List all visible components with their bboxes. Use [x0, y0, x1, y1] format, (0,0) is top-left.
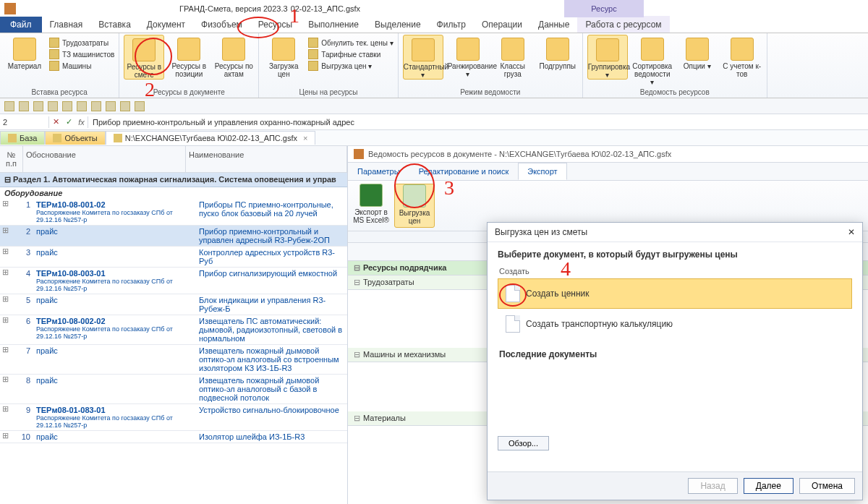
- option-create-pricelist[interactable]: Создать ценник: [498, 278, 852, 309]
- row-justification: прайс: [33, 226, 196, 246]
- cell-reference[interactable]: 2: [0, 116, 49, 128]
- unload-prices-panel-button[interactable]: Выгрузка цен: [394, 184, 435, 228]
- table-row[interactable]: ⊞3прайсКонтроллер адресных устройств R3-…: [0, 247, 347, 268]
- expand-icon[interactable]: ⊞: [0, 199, 10, 225]
- doctab-file[interactable]: N:\EXCHANGE\Тугбаева Ю\02-02-13_АПС.gsfx…: [106, 131, 316, 145]
- sort-statement-button[interactable]: Сортировка ведомости ▾: [632, 35, 673, 86]
- table-row[interactable]: ⊞5прайсБлок индикации и управления R3-Ру…: [0, 294, 347, 315]
- tab-home[interactable]: Главная: [42, 16, 91, 33]
- panel-tab-edit[interactable]: Редактирование и поиск: [409, 163, 519, 180]
- option-create-transport-calc[interactable]: Создать транспортную калькуляцию: [498, 309, 852, 339]
- table-icon[interactable]: [120, 101, 130, 111]
- cancel-button[interactable]: Отмена: [799, 478, 855, 494]
- db-icon: [8, 134, 17, 142]
- print-icon[interactable]: [135, 101, 145, 111]
- panel-tab-params[interactable]: Параметры: [348, 163, 409, 180]
- table-row[interactable]: ⊞2прайсПрибор приемно-контрольный и упра…: [0, 226, 347, 247]
- save-icon[interactable]: [33, 101, 43, 111]
- browse-button[interactable]: Обзор...: [498, 436, 549, 450]
- operator-labor-button[interactable]: ТЗ машинистов: [49, 49, 114, 59]
- labor-costs-button[interactable]: Трудозатраты: [49, 38, 114, 48]
- table-row[interactable]: ⊞4ТЕРм10-08-003-01Распоряжение Комитета …: [0, 268, 347, 294]
- expand-icon[interactable]: ⊞: [0, 226, 10, 246]
- machine-icon: [49, 61, 59, 71]
- table-row[interactable]: ⊞8прайсИзвещатель пожарный дымовой оптик…: [0, 375, 347, 404]
- tab-file[interactable]: Файл: [0, 17, 42, 33]
- refresh-icon[interactable]: [106, 101, 116, 111]
- add-icon[interactable]: [91, 101, 101, 111]
- tab-filter[interactable]: Фильтр: [429, 16, 474, 33]
- row-justification: прайс: [33, 431, 196, 443]
- grouping-button[interactable]: Группировка ▾: [587, 35, 628, 80]
- paste-icon[interactable]: [62, 101, 72, 111]
- copy-icon[interactable]: [48, 101, 58, 111]
- formula-text[interactable]: Прибор приемно-контрольный и управления …: [88, 116, 868, 128]
- grid-icon: [412, 38, 435, 61]
- tab-resources[interactable]: Ресурсы: [250, 16, 300, 33]
- doctab-base[interactable]: База: [0, 131, 45, 145]
- table-row[interactable]: ⊞9ТЕРм08-01-083-01Распоряжение Комитета …: [0, 404, 347, 431]
- table-row[interactable]: ⊞1ТЕРм10-08-001-02Распоряжение Комитета …: [0, 199, 347, 226]
- expand-icon[interactable]: ⊞: [0, 294, 10, 315]
- back-button[interactable]: Назад: [688, 478, 737, 494]
- close-icon[interactable]: ×: [303, 134, 307, 142]
- expand-icon[interactable]: ⊞: [0, 431, 10, 443]
- tab-insert[interactable]: Вставка: [90, 16, 139, 33]
- dialog-close-button[interactable]: ✕: [848, 227, 855, 237]
- expand-icon[interactable]: ⊞: [0, 345, 10, 374]
- panel-tab-export[interactable]: Экспорт: [518, 163, 566, 180]
- tab-data[interactable]: Данные: [530, 16, 577, 33]
- standard-mode-button[interactable]: Стандартный ▾: [403, 35, 443, 80]
- subgroups-button[interactable]: Подгруппы: [537, 35, 578, 70]
- ranking-button[interactable]: Ранжирование ▾: [448, 35, 488, 78]
- table-row[interactable]: ⊞6ТЕРм10-08-002-02Распоряжение Комитета …: [0, 315, 347, 345]
- panel-title-bar: Ведомость ресурсов в документе - N:\EXCH…: [348, 146, 868, 163]
- tab-execution[interactable]: Выполнение: [300, 16, 367, 33]
- col-number[interactable]: № п.п: [0, 146, 23, 172]
- tab-fizobem[interactable]: Физобъем: [193, 16, 250, 33]
- tariff-rates-button[interactable]: Тарифные ставки: [308, 49, 393, 59]
- table-row[interactable]: ⊞10прайсИзолятор шлейфа ИЗ-1Б-R3: [0, 431, 347, 443]
- resources-by-acts-button[interactable]: Ресурсы по актам: [213, 35, 254, 78]
- row-number: 3: [10, 247, 33, 267]
- rank-icon: [456, 38, 480, 61]
- expand-icon[interactable]: ⊞: [0, 247, 10, 267]
- coeff-icon: [731, 38, 754, 61]
- app-title: ГРАНД-Смета, версия 2023.3: [179, 4, 288, 13]
- expand-icon[interactable]: ⊞: [0, 315, 10, 344]
- unload-prices-button[interactable]: Выгрузка цен ▾: [308, 61, 393, 71]
- doctab-objects[interactable]: Объекты: [45, 131, 105, 145]
- machines-button[interactable]: Машины: [49, 61, 114, 71]
- redo-icon[interactable]: [19, 101, 29, 111]
- expand-icon[interactable]: ⊞: [0, 404, 10, 430]
- col-name[interactable]: Наименование: [186, 146, 347, 172]
- tab-operations[interactable]: Операции: [474, 16, 530, 33]
- col-justification[interactable]: Обоснование: [23, 146, 186, 172]
- brick-icon: [13, 38, 36, 61]
- section-row[interactable]: ⊟ Раздел 1. Автоматическая пожарная сигн…: [0, 173, 347, 187]
- options-button[interactable]: Опции ▾: [677, 35, 718, 70]
- resources-in-position-button[interactable]: Ресурсы в позиции: [169, 35, 209, 78]
- excel-icon: [359, 184, 383, 207]
- cancel-edit-button[interactable]: ✕: [49, 117, 62, 127]
- material-button[interactable]: Материал: [4, 35, 45, 70]
- cargo-classes-button[interactable]: Классы груза: [493, 35, 533, 78]
- row-name: Блок индикации и управления R3-Рубеж-Б: [196, 294, 347, 315]
- app-icon: [4, 3, 16, 14]
- expand-icon[interactable]: ⊞: [0, 375, 10, 403]
- export-excel-button[interactable]: Экспорт в MS Excel®: [351, 184, 391, 228]
- resources-in-estimate-button[interactable]: Ресурсы в смете: [124, 35, 164, 80]
- confirm-edit-button[interactable]: ✓: [62, 117, 75, 127]
- cut-icon[interactable]: [77, 101, 87, 111]
- load-prices-button[interactable]: Загрузка цен: [263, 35, 304, 78]
- tab-resource-work[interactable]: Работа с ресурсом: [577, 16, 669, 33]
- undo-icon[interactable]: [4, 101, 14, 111]
- expand-icon[interactable]: ⊞: [0, 268, 10, 294]
- row-name: Изолятор шлейфа ИЗ-1Б-R3: [196, 431, 347, 443]
- next-button[interactable]: Далее: [744, 478, 793, 494]
- tab-selection[interactable]: Выделение: [367, 16, 429, 33]
- table-row[interactable]: ⊞7прайсИзвещатель пожарный дымовой оптик…: [0, 345, 347, 375]
- tab-document[interactable]: Документ: [139, 16, 193, 33]
- reset-prices-button[interactable]: Обнулить тек. цены ▾: [308, 38, 393, 48]
- with-coeff-button[interactable]: С учетом к-тов: [722, 35, 762, 78]
